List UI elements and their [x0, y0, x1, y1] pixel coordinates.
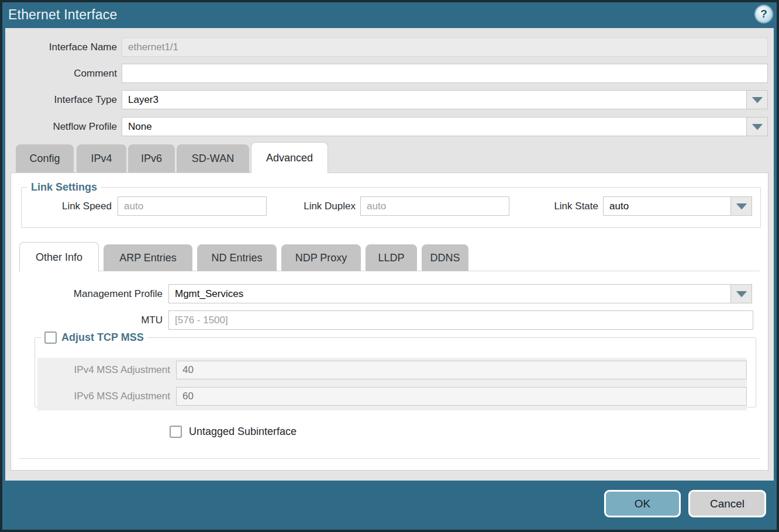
- ipv6-mss-label: IPv6 MSS Adjustment: [37, 387, 170, 406]
- tab-other-info[interactable]: Other Info: [19, 242, 99, 272]
- interface-name-row: Interface Name: [5, 37, 774, 57]
- interface-name-label: Interface Name: [5, 37, 117, 57]
- dialog-title: Ethernet Interface: [8, 7, 117, 23]
- advanced-tab-panel: Link Settings Link Speed Link Duplex Lin…: [11, 172, 768, 471]
- management-profile-value: Mgmt_Services: [175, 285, 727, 303]
- adjust-tcp-mss-checkbox[interactable]: [44, 331, 57, 344]
- interface-type-value: Layer3: [128, 91, 743, 109]
- mss-panel: IPv4 MSS Adjustment IPv6 MSS Adjustment: [37, 358, 747, 410]
- chevron-down-icon: [736, 291, 747, 297]
- ethernet-interface-dialog: Ethernet Interface ? Interface Name Comm…: [0, 0, 779, 532]
- tab-ipv4[interactable]: IPv4: [77, 144, 126, 172]
- untagged-subinterface-label: Untagged Subinterface: [189, 426, 297, 438]
- comment-field[interactable]: [122, 64, 768, 83]
- tab-sdwan[interactable]: SD-WAN: [177, 144, 249, 172]
- management-profile-dropdown-button[interactable]: [730, 284, 752, 303]
- ipv6-mss-field: [176, 387, 747, 406]
- link-speed-label: Link Speed: [11, 196, 112, 216]
- tab-ipv6[interactable]: IPv6: [128, 144, 175, 172]
- link-state-dropdown-button[interactable]: [730, 196, 752, 216]
- netflow-profile-dropdown[interactable]: None: [122, 117, 768, 136]
- link-duplex-label: Link Duplex: [263, 196, 356, 216]
- panel-bottom-divider: [19, 458, 760, 459]
- netflow-profile-value: None: [128, 118, 743, 136]
- dialog-body: Interface Name Comment Interface Type La…: [5, 28, 774, 481]
- management-profile-label: Management Profile: [11, 284, 163, 303]
- link-state-value: auto: [609, 197, 727, 215]
- ok-button[interactable]: OK: [604, 490, 681, 517]
- ipv4-mss-label: IPv4 MSS Adjustment: [37, 361, 170, 379]
- adjust-tcp-mss-legend: Adjust TCP MSS: [41, 331, 147, 344]
- link-speed-field[interactable]: [118, 196, 267, 216]
- mtu-field[interactable]: [168, 310, 753, 330]
- untagged-subinterface-row: Untagged Subinterface: [170, 424, 297, 438]
- interface-type-dropdown[interactable]: Layer3: [122, 90, 768, 109]
- ipv4-mss-field: [176, 361, 747, 379]
- chevron-down-icon: [736, 203, 747, 209]
- help-icon[interactable]: ?: [756, 6, 772, 22]
- tab-nd-entries[interactable]: ND Entries: [197, 244, 277, 271]
- interface-name-field: [122, 37, 768, 57]
- link-state-dropdown[interactable]: auto: [603, 196, 752, 216]
- comment-label: Comment: [5, 64, 117, 84]
- link-duplex-field[interactable]: [360, 196, 509, 216]
- link-settings-legend: Link Settings: [27, 181, 101, 194]
- interface-type-label: Interface Type: [5, 90, 117, 110]
- chevron-down-icon: [752, 97, 763, 103]
- sub-tab-bar: Other Info ARP Entries ND Entries NDP Pr…: [19, 242, 768, 271]
- untagged-subinterface-checkbox[interactable]: [170, 426, 182, 438]
- tab-arp-entries[interactable]: ARP Entries: [104, 244, 192, 271]
- interface-type-row: Interface Type Layer3: [5, 90, 774, 110]
- tab-advanced[interactable]: Advanced: [251, 142, 328, 173]
- comment-row: Comment: [5, 64, 774, 84]
- netflow-profile-dropdown-button[interactable]: [746, 117, 768, 136]
- mtu-label: MTU: [11, 310, 163, 330]
- chevron-down-icon: [752, 124, 763, 130]
- main-tab-bar: Config IPv4 IPv6 SD-WAN Advanced: [11, 142, 774, 173]
- tab-lldp[interactable]: LLDP: [366, 244, 417, 271]
- tab-config[interactable]: Config: [16, 144, 74, 172]
- cancel-button[interactable]: Cancel: [688, 490, 766, 517]
- netflow-profile-label: Netflow Profile: [5, 117, 117, 137]
- link-state-label: Link State: [502, 196, 598, 216]
- tab-ddns[interactable]: DDNS: [422, 244, 468, 271]
- adjust-tcp-mss-label: Adjust TCP MSS: [61, 331, 144, 344]
- adjust-tcp-mss-group: Adjust TCP MSS IPv4 MSS Adjustment IPv6 …: [35, 331, 756, 407]
- tab-ndp-proxy[interactable]: NDP Proxy: [281, 244, 361, 271]
- netflow-profile-row: Netflow Profile None: [5, 117, 774, 137]
- management-profile-dropdown[interactable]: Mgmt_Services: [168, 284, 752, 303]
- interface-type-dropdown-button[interactable]: [746, 90, 768, 109]
